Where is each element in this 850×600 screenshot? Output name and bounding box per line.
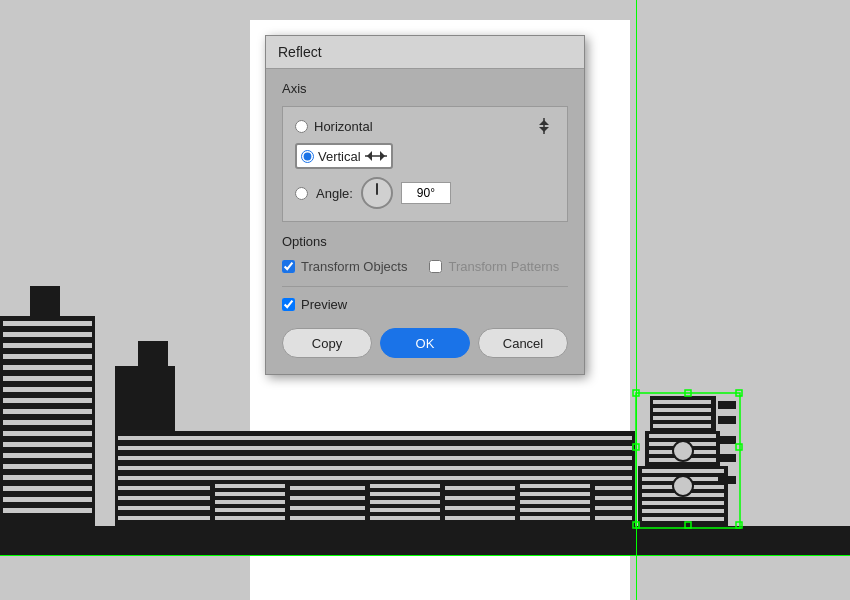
preview-row: Preview [282, 297, 568, 312]
vertical-icon [365, 147, 387, 165]
svg-rect-5 [3, 354, 92, 359]
svg-rect-71 [718, 436, 736, 444]
transform-patterns-checkbox[interactable] [429, 260, 442, 273]
svg-rect-2 [3, 321, 92, 326]
transform-patterns-label[interactable]: Transform Patterns [448, 259, 559, 274]
svg-rect-8 [3, 387, 92, 392]
axis-section-label: Axis [282, 81, 568, 96]
svg-rect-16 [3, 475, 92, 480]
vertical-radio-row: Vertical [295, 143, 555, 169]
svg-point-84 [673, 441, 693, 461]
canvas-area: Reflect Axis Horizontal [0, 0, 850, 600]
svg-rect-58 [642, 517, 724, 521]
svg-rect-69 [718, 401, 736, 409]
svg-rect-15 [3, 464, 92, 469]
svg-rect-32 [138, 341, 168, 366]
copy-button[interactable]: Copy [282, 328, 372, 358]
svg-rect-60 [649, 434, 716, 438]
svg-rect-11 [3, 420, 92, 425]
svg-rect-7 [3, 376, 92, 381]
svg-rect-37 [215, 508, 285, 512]
transform-objects-label[interactable]: Transform Objects [301, 259, 407, 274]
svg-rect-26 [118, 476, 632, 480]
svg-rect-0 [0, 526, 850, 556]
svg-rect-41 [370, 492, 440, 496]
svg-rect-79 [736, 444, 742, 450]
svg-rect-48 [520, 500, 590, 504]
divider [282, 286, 568, 287]
svg-rect-49 [520, 508, 590, 512]
svg-point-83 [673, 476, 693, 496]
svg-rect-3 [3, 332, 92, 337]
svg-rect-68 [653, 424, 711, 428]
horizontal-radio[interactable] [295, 120, 308, 133]
vertical-radio[interactable] [301, 150, 314, 163]
svg-rect-31 [115, 366, 175, 431]
horizontal-radio-row: Horizontal [295, 117, 555, 135]
horizontal-icon [533, 117, 555, 135]
transform-objects-checkbox[interactable] [282, 260, 295, 273]
svg-marker-89 [367, 151, 372, 161]
svg-rect-25 [118, 466, 632, 470]
horizontal-label[interactable]: Horizontal [314, 119, 527, 134]
angle-label[interactable]: Angle: [316, 186, 353, 201]
angle-row: Angle: [295, 177, 555, 209]
reflect-dialog: Reflect Axis Horizontal [265, 35, 585, 375]
svg-marker-86 [539, 120, 549, 125]
svg-rect-9 [3, 398, 92, 403]
svg-rect-10 [3, 409, 92, 414]
preview-checkbox[interactable] [282, 298, 295, 311]
svg-rect-73 [718, 476, 736, 484]
svg-rect-24 [118, 456, 632, 460]
svg-marker-87 [539, 127, 549, 132]
svg-rect-44 [370, 516, 440, 520]
svg-rect-38 [215, 516, 285, 520]
svg-rect-4 [3, 343, 92, 348]
svg-rect-46 [520, 484, 590, 488]
dialog-title-text: Reflect [278, 44, 322, 60]
svg-rect-6 [3, 365, 92, 370]
svg-rect-13 [3, 442, 92, 447]
svg-rect-66 [653, 408, 711, 412]
svg-rect-23 [118, 446, 632, 450]
svg-rect-14 [3, 453, 92, 458]
svg-rect-67 [653, 416, 711, 420]
angle-input[interactable] [401, 182, 451, 204]
angle-dial[interactable] [361, 177, 393, 209]
svg-rect-18 [3, 497, 92, 502]
cancel-button[interactable]: Cancel [478, 328, 568, 358]
axis-section: Horizontal Vertical [282, 106, 568, 222]
transform-objects-row: Transform Objects Transform Patterns [282, 259, 568, 274]
svg-rect-36 [215, 500, 285, 504]
svg-rect-52 [642, 469, 724, 473]
svg-rect-34 [215, 484, 285, 488]
svg-rect-56 [642, 501, 724, 505]
svg-rect-40 [370, 484, 440, 488]
svg-rect-35 [215, 492, 285, 496]
svg-rect-57 [642, 509, 724, 513]
dialog-title: Reflect [266, 36, 584, 69]
guide-vertical [636, 0, 637, 600]
button-row: Copy OK Cancel [282, 328, 568, 358]
svg-rect-47 [520, 492, 590, 496]
vertical-label[interactable]: Vertical [318, 149, 361, 164]
svg-marker-90 [380, 151, 385, 161]
svg-rect-22 [118, 436, 632, 440]
svg-rect-42 [370, 500, 440, 504]
vertical-selected-box: Vertical [295, 143, 393, 169]
guide-horizontal [0, 555, 850, 556]
svg-rect-17 [3, 486, 92, 491]
options-label: Options [282, 234, 568, 249]
svg-rect-12 [3, 431, 92, 436]
svg-rect-50 [520, 516, 590, 520]
svg-rect-43 [370, 508, 440, 512]
svg-rect-70 [718, 416, 736, 424]
svg-rect-65 [653, 400, 711, 404]
svg-rect-72 [718, 454, 736, 462]
ok-button[interactable]: OK [380, 328, 470, 358]
svg-rect-19 [3, 508, 92, 513]
angle-radio[interactable] [295, 187, 308, 200]
svg-rect-20 [30, 286, 60, 316]
preview-label[interactable]: Preview [301, 297, 347, 312]
options-section: Options Transform Objects Transform Patt… [282, 234, 568, 274]
